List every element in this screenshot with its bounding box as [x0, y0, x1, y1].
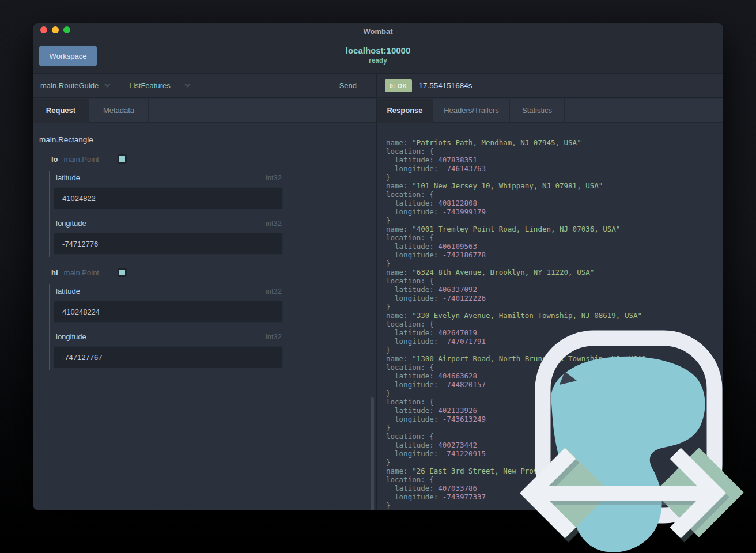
response-value: { [429, 397, 434, 406]
response-value: "101 New Jersey 10, Whippany, NJ 07981, … [412, 181, 603, 190]
tab-request[interactable]: Request [33, 99, 89, 123]
lo-point-checkbox[interactable] [118, 154, 127, 164]
tab-statistics[interactable]: Statistics [510, 99, 565, 123]
response-value: -746143763 [443, 164, 486, 173]
response-value: 406337092 [438, 285, 477, 294]
response-key: location: [386, 397, 429, 406]
field-label: longitude [56, 332, 86, 341]
field-label: latitude [56, 173, 80, 182]
response-key: latitude: [386, 156, 438, 164]
tab-row: Request Metadata Response Headers/Traile… [33, 99, 723, 123]
response-value: "26 East 3rd Street, New Providence, NJ,… [412, 467, 607, 475]
response-value: 408122808 [438, 199, 477, 207]
field-type: int32 [266, 332, 282, 341]
hi-longitude-input[interactable] [54, 346, 283, 368]
group-name: hi [51, 268, 58, 277]
response-line: latitude: 407033786 [386, 484, 647, 493]
response-line: longitude: -743613249 [386, 415, 647, 423]
hi-latitude-input[interactable] [54, 301, 283, 323]
response-key: name: [386, 467, 412, 475]
response-line: } [386, 216, 647, 225]
response-line: } [386, 501, 647, 510]
indent-guide [49, 284, 50, 370]
field-label-row: latitude int32 [56, 287, 282, 296]
message-type-label: main.Rectangle [39, 135, 93, 144]
response-line: location: { [386, 397, 647, 406]
field-type: int32 [266, 173, 282, 182]
response-key: } [386, 458, 391, 467]
response-key: name: [386, 225, 412, 233]
response-key: latitude: [386, 242, 438, 251]
response-value: { [429, 233, 434, 242]
response-key: location: [386, 147, 429, 156]
response-line: name: "330 Evelyn Avenue, Hamilton Towns… [386, 311, 647, 320]
response-key: latitude: [386, 441, 438, 449]
response-line: location: { [386, 276, 647, 285]
title-bar: Wombat Workspace localhost:10000 ready [33, 23, 723, 74]
call-duration: 17.554151684s [419, 81, 472, 90]
response-key: } [386, 173, 391, 181]
response-key: longitude: [386, 493, 443, 501]
response-value: -743977337 [443, 493, 486, 501]
hi-point-checkbox[interactable] [118, 268, 127, 277]
response-value: { [429, 432, 434, 441]
group-type: main.Point [64, 268, 99, 277]
response-line: } [386, 458, 647, 467]
wombat-window: Wombat Workspace localhost:10000 ready m… [33, 23, 723, 510]
response-line: name: "26 East 3rd Street, New Providenc… [386, 467, 647, 475]
response-line: name: "4001 Tremley Point Road, Linden, … [386, 225, 647, 233]
response-value: 407838351 [438, 156, 477, 164]
response-value: { [429, 320, 434, 328]
scrollbar-thumb[interactable] [371, 397, 374, 510]
response-key: } [386, 346, 391, 354]
group-header: hi main.Point [51, 268, 127, 277]
response-key: location: [386, 363, 429, 372]
tab-filler [565, 99, 723, 123]
response-key: latitude: [386, 484, 438, 493]
response-key: latitude: [386, 199, 438, 207]
field-label-row: latitude int32 [56, 173, 282, 182]
send-button[interactable]: Send [339, 81, 357, 90]
response-key: name: [386, 268, 412, 276]
lo-longitude-input[interactable] [54, 233, 283, 255]
response-line: longitude: -743977337 [386, 493, 647, 501]
response-line: location: { [386, 432, 647, 441]
response-key: location: [386, 233, 429, 242]
response-line: location: { [386, 147, 647, 156]
response-key: name: [386, 138, 412, 147]
status-badge: 0: OK [385, 79, 412, 92]
response-value: { [429, 190, 434, 199]
response-value: 406109563 [438, 242, 477, 251]
response-value: "330 Evelyn Avenue, Hamilton Township, N… [412, 311, 642, 320]
response-line: location: { [386, 320, 647, 328]
lo-latitude-input[interactable] [54, 187, 283, 209]
main-content: main.Rectangle lo main.Point latitude in… [33, 123, 723, 510]
response-value: -742186778 [443, 251, 486, 259]
service-dropdown[interactable]: main.RouteGuide [40, 81, 99, 90]
response-value: "1300 Airport Road, North Brunswick Town… [412, 354, 646, 363]
response-key: latitude: [386, 372, 438, 380]
response-key: longitude: [386, 251, 443, 259]
response-line: longitude: -741220915 [386, 449, 647, 458]
request-pane: main.Rectangle lo main.Point latitude in… [33, 123, 377, 510]
response-value: -743999179 [443, 207, 486, 216]
method-dropdown[interactable]: ListFeatures [129, 81, 171, 90]
response-key: } [386, 259, 391, 268]
window-title: Wombat [33, 25, 723, 38]
chevron-down-icon[interactable] [184, 82, 190, 88]
connection-status: localhost:10000 ready [33, 45, 723, 65]
response-key: name: [386, 354, 412, 363]
response-value: "4001 Tremley Point Road, Linden, NJ 070… [412, 225, 620, 233]
response-line: location: { [386, 233, 647, 242]
chevron-down-icon[interactable] [105, 82, 111, 88]
tab-response[interactable]: Response [377, 99, 433, 123]
group-header: lo main.Point [51, 154, 127, 164]
tab-headers-trailers[interactable]: Headers/Trailers [433, 99, 510, 123]
response-line: latitude: 402647019 [386, 328, 647, 337]
response-key: longitude: [386, 449, 443, 458]
tab-metadata[interactable]: Metadata [89, 99, 149, 123]
field-type: int32 [266, 219, 282, 228]
indent-guide [49, 171, 50, 257]
response-line: location: { [386, 363, 647, 372]
response-value: { [429, 363, 434, 372]
